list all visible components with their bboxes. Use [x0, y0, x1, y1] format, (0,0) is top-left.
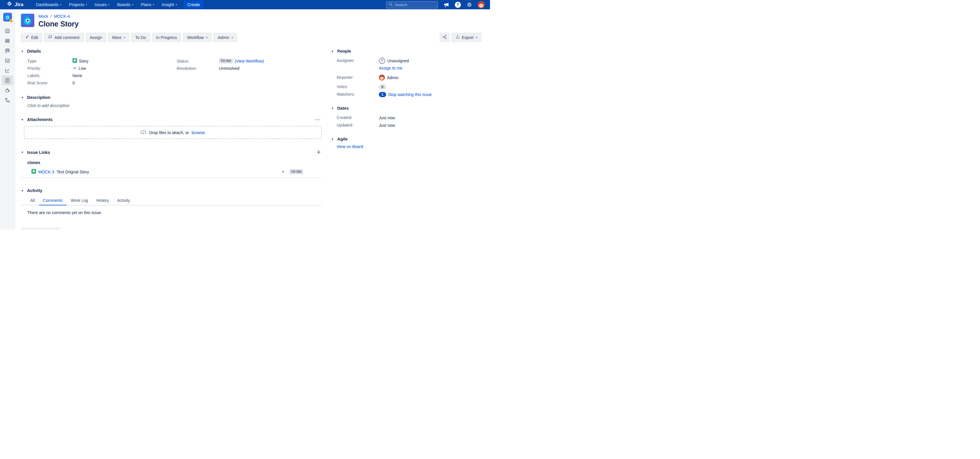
structure-icon [5, 97, 10, 103]
sidebar-item-reports[interactable] [2, 66, 13, 75]
collapse-chevron-icon[interactable]: ▾ [332, 49, 335, 53]
project-avatar[interactable] [3, 13, 12, 22]
attachments-more-icon[interactable]: ⋯ [314, 117, 322, 122]
search-icon [389, 2, 393, 7]
people-section: ▾ People Assignee: ? Unassigned Assign t… [331, 49, 478, 98]
collapse-chevron-icon[interactable]: ▾ [332, 106, 335, 110]
project-sidebar [0, 9, 15, 230]
sidebar-item-issues[interactable] [2, 76, 13, 85]
add-comment-bottom-button[interactable]: Add comment [21, 228, 60, 230]
linked-issue-summary: Test Orignal Story [56, 170, 89, 174]
workflow-button[interactable]: Workflow▾ [183, 33, 212, 42]
dates-section-title: Dates [337, 106, 349, 111]
active-sprints-icon [5, 48, 10, 54]
collapse-chevron-icon[interactable]: ▾ [22, 118, 25, 122]
activity-section: ▾ Activity All Comments Work Log History… [21, 188, 322, 215]
votes-label: Votes: [337, 84, 379, 90]
share-button[interactable] [440, 33, 450, 42]
feedback-megaphone-icon[interactable] [442, 1, 450, 8]
breadcrumb-issue-link[interactable]: MOCK-4 [54, 14, 70, 19]
assign-button[interactable]: Assign [86, 33, 106, 42]
collapse-chevron-icon[interactable]: ▾ [22, 96, 25, 100]
transition-todo-button[interactable]: To Do [131, 33, 150, 42]
sidebar-item-add-ons[interactable] [2, 86, 13, 95]
description-placeholder[interactable]: Click to add description [27, 103, 322, 108]
add-comment-button[interactable]: Add comment [44, 33, 84, 42]
sidebar-item-board[interactable] [2, 26, 13, 36]
watchers-badge[interactable]: 1 [379, 92, 386, 97]
user-avatar[interactable] [477, 1, 485, 8]
collapse-chevron-icon[interactable]: ▾ [22, 49, 25, 53]
add-ons-icon [5, 87, 10, 93]
chevron-down-icon: ▾ [153, 3, 154, 6]
admin-button[interactable]: Admin▾ [213, 33, 237, 42]
issue-project-avatar[interactable] [21, 14, 34, 27]
toolbar-right-group: Export ▾ [440, 33, 481, 42]
nav-issues[interactable]: Issues▾ [91, 0, 113, 9]
activity-tabs: All Comments Work Log History Activity [21, 196, 322, 205]
created-value: Just now [379, 114, 478, 121]
agile-section-title: Agile [337, 137, 347, 141]
view-on-board-link[interactable]: View on Board [337, 144, 363, 149]
add-link-icon[interactable]: + [316, 149, 322, 156]
tab-activity[interactable]: Activity [113, 196, 134, 205]
jira-logo[interactable]: Jira [6, 1, 23, 8]
browse-link[interactable]: browse. [191, 130, 206, 135]
stop-watching-link[interactable]: Stop watching this issue [388, 92, 432, 97]
export-button[interactable]: Export ▾ [452, 33, 481, 42]
nav-plans[interactable]: Plans▾ [137, 0, 158, 9]
issue-view: Mock / MOCK-4 Clone Story Edit Add comme… [15, 9, 490, 230]
collapse-chevron-icon[interactable]: ▾ [22, 150, 25, 154]
activity-section-title: Activity [27, 188, 42, 193]
nav-insight[interactable]: Insight▾ [158, 0, 181, 9]
chevron-down-icon: ▾ [108, 3, 110, 6]
issue-title-block: Mock / MOCK-4 Clone Story [38, 14, 79, 28]
linked-issue-row[interactable]: MOCK-3 Test Orignal Story ▾ TO DO [21, 168, 322, 178]
chevron-down-icon: ▾ [86, 3, 87, 6]
story-type-icon [72, 58, 77, 64]
status-badge: TO DO [219, 59, 233, 64]
share-icon [442, 35, 447, 40]
breadcrumb: Mock / MOCK-4 [38, 14, 79, 19]
tab-all[interactable]: All [26, 196, 39, 205]
create-button[interactable]: Create [184, 1, 204, 9]
linked-issue-actions-chevron-icon[interactable]: ▾ [282, 170, 284, 174]
sidebar-item-active-sprints[interactable] [2, 46, 13, 56]
collapse-chevron-icon[interactable]: ▾ [22, 189, 25, 192]
export-icon [456, 35, 460, 40]
tab-work-log[interactable]: Work Log [67, 196, 92, 205]
nav-dashboards[interactable]: Dashboards▾ [32, 0, 65, 9]
reports-icon [5, 68, 10, 73]
more-button[interactable]: More▾ [108, 33, 129, 42]
chevron-down-icon: ▾ [175, 3, 177, 6]
jira-logo-text: Jira [14, 2, 23, 8]
project-avatar-badge [10, 19, 13, 23]
nav-boards[interactable]: Boards▾ [113, 0, 137, 9]
global-search[interactable] [386, 1, 438, 8]
sidebar-item-structure[interactable] [2, 95, 13, 105]
details-section-title: Details [27, 49, 41, 54]
search-input[interactable] [395, 3, 433, 7]
chevron-down-icon: ▾ [124, 36, 125, 39]
collapse-chevron-icon[interactable]: ▾ [332, 137, 335, 141]
help-icon[interactable]: ? [454, 1, 461, 8]
created-label: Created: [337, 114, 379, 121]
transition-in-progress-button[interactable]: In Progress [152, 33, 181, 42]
assign-to-me-link[interactable]: Assign to me [379, 65, 478, 71]
view-workflow-link[interactable]: (View Workflow) [234, 59, 264, 64]
gear-icon[interactable]: ⚙ [466, 1, 473, 8]
field-status: Status: TO DO (View Workflow) [177, 57, 322, 65]
linked-issue-key[interactable]: MOCK-3 [38, 170, 54, 174]
edit-button[interactable]: Edit [21, 33, 42, 42]
issue-toolbar: Edit Add comment Assign More▾ To Do In P… [21, 33, 481, 42]
chevron-down-icon: ▾ [132, 3, 133, 6]
tab-history[interactable]: History [92, 196, 113, 205]
votes-badge[interactable]: 0 [379, 84, 386, 90]
sidebar-item-releases[interactable] [2, 56, 13, 65]
field-priority: Priority: Low [27, 65, 177, 72]
nav-projects[interactable]: Projects▾ [65, 0, 91, 9]
attachment-dropzone[interactable]: Drop files to attach, or browse. [24, 126, 322, 139]
tab-comments[interactable]: Comments [39, 196, 67, 205]
breadcrumb-project-link[interactable]: Mock [38, 14, 48, 19]
sidebar-item-backlog[interactable] [2, 36, 13, 46]
